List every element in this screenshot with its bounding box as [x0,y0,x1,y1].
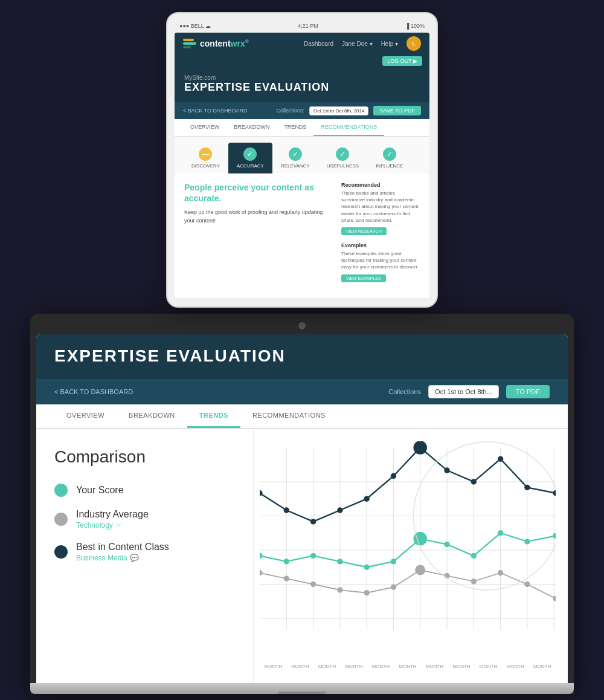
technology-link[interactable]: Technology ☞ [76,521,149,530]
svg-point-17 [284,507,289,513]
sub-tab-accuracy[interactable]: ✓ ACCURACY [228,143,272,173]
month-2: MONTH [291,664,309,669]
tab-overview[interactable]: OVERVIEW [183,119,226,136]
svg-point-20 [364,496,369,501]
sub-tab-discovery[interactable]: — DISCOVERY [183,143,228,173]
svg-point-33 [391,559,396,564]
svg-point-45 [391,585,396,590]
tablet-content: People perceive your content as accurate… [175,173,429,298]
comparison-title: Comparison [54,447,235,467]
svg-point-46 [415,565,425,575]
tablet-header: MySite.com EXPERTISE EVALUATION [175,68,429,102]
best-class-label: Best in Content Class [76,542,169,553]
svg-point-24 [471,479,477,484]
view-research-button[interactable]: VIEW RESEARCH [341,227,387,235]
month-11: MONTH [533,664,551,669]
laptop-toolbar: < BACK TO DASHBOARD Collections Oct 1st … [36,379,568,404]
laptop-header: EXPERTISE EVALUATION [36,334,568,379]
laptop-device: EXPERTISE EVALUATION < BACK TO DASHBOARD… [30,314,574,694]
best-class-info: Best in Content Class Business Media 💬 [76,542,169,562]
tablet-nav: contentwrx® Dashboard Jane Doe ▾ Help ▾ … [175,33,429,54]
svg-point-51 [553,595,556,601]
laptop-body: EXPERTISE EVALUATION < BACK TO DASHBOARD… [30,314,574,694]
sub-tab-usefulness[interactable]: ✓ USEFULNESS [318,143,367,173]
business-media-link[interactable]: Business Media 💬 [76,554,169,562]
tab-trends[interactable]: TRENDS [277,119,313,136]
tablet-status-bar: ●●● BELL ☁ 4:21 PM ▐ 100% [175,22,429,33]
nav-dashboard[interactable]: Dashboard [304,41,333,47]
sub-tab-influence[interactable]: ✓ INFLUENCE [367,143,411,173]
laptop-tab-recommendations[interactable]: RECOMMENDATIONS [240,404,338,428]
tablet-time: 4:21 PM [298,23,318,29]
svg-point-30 [310,553,316,559]
usefulness-icon: ✓ [336,147,349,161]
influence-icon: ✓ [383,147,396,161]
laptop-collections-select[interactable]: Oct 1st to Oct 8th... [428,385,499,398]
your-score-dot [54,484,68,497]
laptop-base [30,683,574,694]
laptop-main: Comparison Your Score Industry Average [36,429,568,683]
recommended-desc: These books and articles summarize indus… [341,190,420,224]
discovery-icon: — [199,147,212,161]
month-6: MONTH [399,664,416,669]
tablet-back-link[interactable]: < BACK TO DASHBOARD [183,108,247,114]
svg-point-22 [413,441,427,455]
tablet-logo: contentwrx® [183,39,249,48]
recommended-title: Recommended [341,182,420,188]
laptop-save-pdf-button[interactable]: TO PDF [506,385,550,398]
industry-avg-dot [54,513,68,526]
laptop-tab-overview[interactable]: OVERVIEW [54,404,117,428]
month-5: MONTH [372,664,390,669]
svg-point-43 [337,587,342,592]
laptop-back-link[interactable]: < BACK TO DASHBOARD [54,388,133,395]
legend-industry-avg: Industry Average Technology ☞ [54,509,235,530]
svg-point-25 [498,456,503,462]
save-pdf-button[interactable]: SAVE TO PDF [373,106,421,115]
tablet-body: ●●● BELL ☁ 4:21 PM ▐ 100% contentwrx® [166,12,438,308]
content-left: People perceive your content as accurate… [184,182,332,290]
tab-recommendations[interactable]: RECOMMENDATIONS [313,119,384,136]
svg-point-49 [498,570,503,575]
svg-point-39 [553,533,556,539]
tablet-screen: contentwrx® Dashboard Jane Doe ▾ Help ▾ … [175,33,429,298]
logout-button[interactable]: LOG OUT ▶ [382,56,422,66]
laptop-tabs: OVERVIEW BREAKDOWN TRENDS RECOMMENDATION… [36,404,568,429]
content-body: Keep up the good work of proofing and re… [184,209,332,225]
collections-select[interactable]: Oct 1st to Oct 8th, 2014 [309,106,369,115]
tablet-nav-links[interactable]: Dashboard Jane Doe ▾ Help ▾ L [304,36,421,51]
laptop-collections-label: Collections [388,388,421,395]
svg-point-48 [471,578,477,584]
relevancy-icon: ✓ [289,147,302,161]
sub-tab-relevancy[interactable]: ✓ RELEVANCY [272,143,318,173]
svg-point-38 [524,539,530,544]
svg-point-27 [553,490,556,496]
svg-point-41 [284,575,289,581]
user-avatar[interactable]: L [406,36,421,51]
svg-point-26 [524,485,530,490]
scene: ●●● BELL ☁ 4:21 PM ▐ 100% contentwrx® [0,0,604,700]
logo-icon [183,39,196,48]
svg-point-37 [498,530,503,536]
svg-point-35 [444,542,449,547]
tablet-page-title: EXPERTISE EVALUATION [184,81,420,94]
laptop-tab-breakdown[interactable]: BREAKDOWN [117,404,187,428]
svg-point-29 [284,559,289,564]
svg-point-19 [337,507,342,513]
collections-label: Collections: [276,108,304,114]
nav-user[interactable]: Jane Doe ▾ [342,41,373,47]
svg-point-32 [364,565,369,570]
accuracy-icon: ✓ [243,147,257,161]
laptop-tab-trends[interactable]: TRENDS [187,404,240,428]
tablet-sub-tabs: — DISCOVERY ✓ ACCURACY ✓ RELEVANCY ✓ USE… [175,137,429,173]
month-1: MONTH [265,664,282,669]
tablet-toolbar: < BACK TO DASHBOARD Collections: Oct 1st… [175,102,429,119]
examples-desc: These examples show good techniques for … [341,250,420,271]
accurate-headline: People perceive your content as accurate… [184,182,332,204]
svg-point-50 [524,582,530,587]
tab-breakdown[interactable]: BREAKDOWN [226,119,277,136]
svg-point-31 [337,559,342,564]
svg-point-28 [260,553,263,559]
nav-help[interactable]: Help ▾ [381,41,398,47]
month-7: MONTH [426,664,443,669]
view-examples-button[interactable]: VIEW EXAMPLES [341,274,386,282]
